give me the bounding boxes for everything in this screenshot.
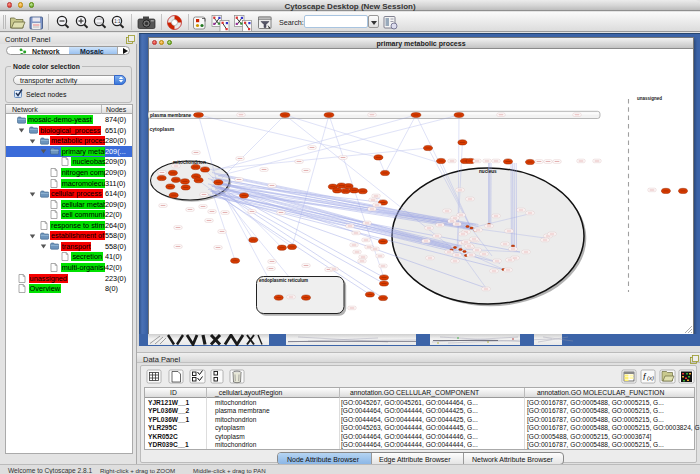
svg-text:cytoplasm: cytoplasm <box>150 126 175 132</box>
svg-text:1:1: 1:1 <box>114 19 121 24</box>
svg-text:plasma membrane: plasma membrane <box>150 113 192 118</box>
svg-text:unassigned: unassigned <box>637 96 662 101</box>
svg-text:(x): (x) <box>647 375 654 381</box>
svg-text:nucleus: nucleus <box>479 169 497 174</box>
svg-text:endoplasmic reticulum: endoplasmic reticulum <box>259 278 308 283</box>
